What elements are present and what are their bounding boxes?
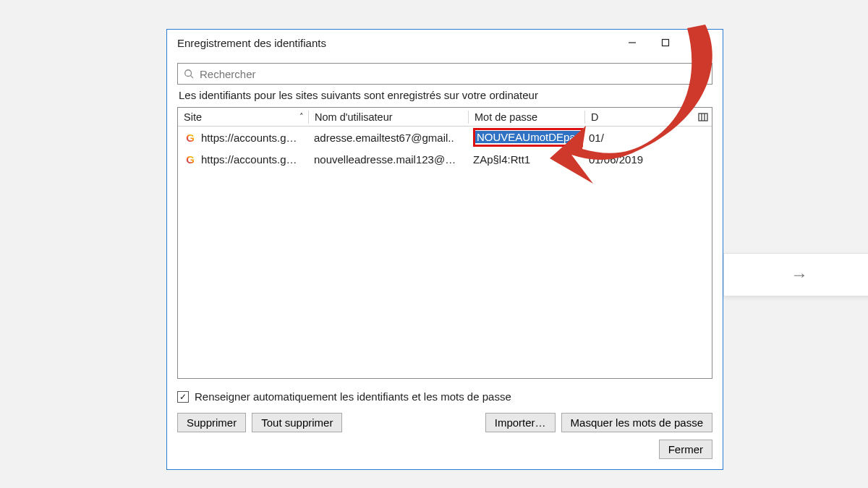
svg-rect-6 bbox=[699, 114, 707, 121]
column-picker-button[interactable] bbox=[694, 113, 712, 121]
search-input[interactable]: Rechercher bbox=[177, 63, 712, 85]
titlebar: Enregistrement des identifiants bbox=[167, 30, 723, 56]
column-header-date[interactable]: D bbox=[585, 111, 694, 123]
credentials-dialog: Enregistrement des identifiants Recherch… bbox=[166, 29, 723, 470]
table-row[interactable]: G https://accounts.g… nouvelleadresse.ma… bbox=[178, 148, 712, 170]
table-body: G https://accounts.g… adresse.emailtest6… bbox=[178, 127, 712, 378]
next-nav-card[interactable]: → bbox=[723, 253, 868, 296]
cell-date: 01/06/2019 bbox=[583, 153, 694, 166]
delete-button[interactable]: Supprimer bbox=[177, 413, 246, 432]
svg-line-5 bbox=[191, 76, 194, 79]
mask-passwords-button[interactable]: Masquer les mots de passe bbox=[561, 413, 712, 432]
cell-date: 01/ bbox=[583, 132, 694, 144]
column-header-password[interactable]: Mot de passe bbox=[469, 111, 584, 123]
cell-username: adresse.emailtest67@gmail.. bbox=[308, 132, 467, 144]
column-header-site[interactable]: Site ˄ bbox=[178, 111, 308, 123]
svg-point-4 bbox=[185, 70, 192, 77]
cell-password[interactable]: NOUVEAUmotDEpas bbox=[467, 128, 583, 147]
cell-password[interactable]: ZAp§l4:Rtt1 bbox=[467, 153, 583, 166]
google-favicon-icon: G bbox=[184, 153, 197, 166]
search-icon bbox=[184, 69, 194, 79]
description-text: Les identifiants pour les sites suivants… bbox=[177, 85, 712, 107]
cell-site: https://accounts.g… bbox=[201, 153, 297, 166]
dialog-title: Enregistrement des identifiants bbox=[177, 37, 616, 49]
column-header-username[interactable]: Nom d'utilisateur bbox=[309, 111, 468, 123]
delete-all-button[interactable]: Tout supprimer bbox=[252, 413, 342, 432]
cell-site: https://accounts.g… bbox=[201, 132, 297, 144]
svg-rect-1 bbox=[663, 40, 669, 46]
close-window-button[interactable] bbox=[682, 30, 715, 56]
table-header: Site ˄ Nom d'utilisateur Mot de passe D bbox=[178, 108, 712, 127]
import-button[interactable]: Importer… bbox=[485, 413, 556, 432]
close-button[interactable]: Fermer bbox=[659, 440, 712, 459]
sort-indicator-icon: ˄ bbox=[299, 112, 304, 121]
table-row[interactable]: G https://accounts.g… adresse.emailtest6… bbox=[178, 127, 712, 148]
maximize-button[interactable] bbox=[649, 30, 682, 56]
dialog-footer: ✓ Renseigner automatiquement les identif… bbox=[177, 379, 712, 459]
cell-username: nouvelleadresse.mail123@… bbox=[308, 153, 467, 166]
google-favicon-icon: G bbox=[184, 131, 197, 144]
arrow-right-icon: → bbox=[791, 265, 808, 285]
autofill-checkbox[interactable]: ✓ bbox=[177, 391, 189, 403]
highlight-annotation: NOUVEAUmotDEpas bbox=[473, 128, 583, 147]
minimize-button[interactable] bbox=[616, 30, 649, 56]
credentials-table: Site ˄ Nom d'utilisateur Mot de passe D bbox=[177, 107, 712, 379]
dialog-content: Rechercher Les identifiants pour les sit… bbox=[167, 56, 723, 469]
autofill-label: Renseigner automatiquement les identifia… bbox=[195, 390, 511, 403]
search-placeholder: Rechercher bbox=[200, 68, 256, 80]
autofill-option[interactable]: ✓ Renseigner automatiquement les identif… bbox=[177, 386, 712, 413]
